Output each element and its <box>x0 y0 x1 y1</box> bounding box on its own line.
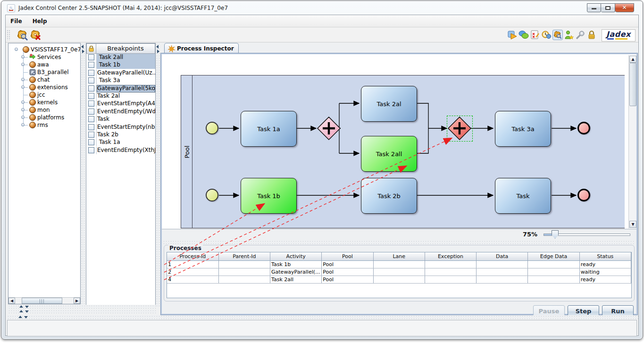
split-divider[interactable] <box>8 310 156 313</box>
bpmn-task-task-3a[interactable]: Task 3a <box>495 111 551 147</box>
breakpoint-checkbox[interactable] <box>88 62 94 68</box>
scroll-right-icon[interactable]: ▶ <box>74 298 80 304</box>
breakpoint-checkbox[interactable] <box>88 147 94 153</box>
tree-expand-knob[interactable] <box>21 100 25 104</box>
breakpoint-checkbox[interactable] <box>88 85 94 92</box>
column-header-parent-id[interactable]: Parent-Id <box>218 252 270 260</box>
tree-horizontal-scrollbar[interactable]: ◀ ▶ <box>8 297 80 304</box>
breakpoints-lock-header[interactable] <box>86 43 96 54</box>
column-header-pool[interactable]: Pool <box>322 252 373 260</box>
breakpoint-row[interactable]: EventEndEmpty(/Wd... <box>86 108 155 116</box>
breakpoint-row[interactable]: Task 1a <box>86 139 155 146</box>
bpmn-task-task-2al[interactable]: Task 2al <box>361 86 417 122</box>
tab-process-inspector[interactable]: Process Inspector <box>164 43 239 54</box>
debugger-icon[interactable] <box>552 30 563 40</box>
process-cell <box>477 276 528 283</box>
gateway-parallel-split[interactable] <box>318 117 340 140</box>
tree-expand-knob[interactable] <box>15 48 18 51</box>
menu-file[interactable]: File <box>7 15 25 25</box>
breakpoints-header[interactable]: Breakpoints <box>96 43 155 54</box>
column-header-lane[interactable]: Lane <box>373 252 425 260</box>
tree-expand-knob[interactable] <box>21 85 25 89</box>
breakpoint-row[interactable]: GatewayParallel(5ko... <box>86 85 155 92</box>
split-divider[interactable] <box>163 240 636 244</box>
start-event-2[interactable] <box>206 189 218 201</box>
maximize-button[interactable] <box>601 3 615 12</box>
test-center-icon[interactable] <box>530 30 540 40</box>
breakpoint-row[interactable]: EventEndEmpty(XthJ... <box>86 147 155 154</box>
end-event-2[interactable] <box>577 189 590 201</box>
process-cell: Task 1b <box>270 260 322 268</box>
tree-item-label: mon <box>37 107 50 113</box>
processes-panel: Processes Process-IdParent-IdActivityPoo… <box>164 245 635 301</box>
canvas-vertical-scrollbar[interactable]: ▲ ▼ <box>628 55 636 228</box>
tree-expand-knob[interactable] <box>21 116 25 119</box>
tree-expand-knob[interactable] <box>21 55 25 59</box>
split-divider[interactable] <box>156 43 160 307</box>
breakpoint-row[interactable]: Task <box>86 116 155 123</box>
bpmn-task-task-2b[interactable]: Task 2b <box>361 178 417 214</box>
breakpoint-checkbox[interactable] <box>88 109 94 115</box>
scroll-left-icon[interactable]: ◀ <box>8 298 15 304</box>
breakpoint-checkbox[interactable] <box>88 93 94 99</box>
breakpoint-row[interactable]: Task 1b <box>86 61 155 69</box>
split-divider[interactable] <box>7 315 638 319</box>
breakpoint-checkbox[interactable] <box>88 116 94 122</box>
awareness-icon[interactable] <box>564 30 574 40</box>
title-bar[interactable]: ♨ Jadex Control Center 2.5-SNAPSHOT (Mai… <box>1 1 643 15</box>
breakpoint-row[interactable]: Task 2all <box>86 54 155 61</box>
tree-expand-knob[interactable] <box>21 63 25 66</box>
bpmn-canvas[interactable]: Pool <box>163 55 625 228</box>
column-header-edge-data[interactable]: Edge Data <box>528 252 579 260</box>
breakpoint-row[interactable]: EventStartEmpty(nb... <box>86 124 155 131</box>
security-icon[interactable] <box>586 30 597 40</box>
scrollbar-thumb[interactable] <box>629 63 636 106</box>
breakpoint-checkbox[interactable] <box>88 77 94 84</box>
column-header-process-id[interactable]: Process-Id <box>167 252 218 260</box>
breakpoint-checkbox[interactable] <box>88 54 94 60</box>
split-divider[interactable] <box>81 43 85 307</box>
bpmn-task-task-2all[interactable]: Task 2all <box>361 136 417 172</box>
menu-help[interactable]: Help <box>29 15 50 25</box>
column-header-status[interactable]: Status <box>579 252 631 260</box>
minimize-button[interactable] <box>587 3 601 12</box>
conversation-icon[interactable] <box>519 30 529 40</box>
process-row[interactable]: 4Task 2allPoolready <box>167 276 631 283</box>
start-agent-icon[interactable] <box>16 29 28 41</box>
tree-expand-knob[interactable] <box>21 78 25 81</box>
scrollbar-thumb[interactable] <box>22 298 62 304</box>
column-header-exception[interactable]: Exception <box>425 252 476 260</box>
column-header-activity[interactable]: Activity <box>270 252 322 260</box>
breakpoint-row[interactable]: EventStartEmpty(A4... <box>86 100 155 108</box>
settings-icon[interactable] <box>575 30 585 40</box>
component-icon <box>29 99 36 106</box>
scroll-up-icon[interactable]: ▲ <box>629 56 636 63</box>
kill-agent-icon[interactable] <box>29 29 42 41</box>
close-button[interactable]: ✕ <box>615 3 634 12</box>
bpmn-task-task-1a[interactable]: Task 1a <box>241 111 297 147</box>
bpmn-task-task-1b[interactable]: Task 1b <box>241 178 297 214</box>
toolbar-grip[interactable] <box>7 30 10 40</box>
breakpoint-row[interactable]: Task 2b <box>86 131 155 139</box>
breakpoint-checkbox[interactable] <box>88 124 94 130</box>
breakpoint-checkbox[interactable] <box>88 139 94 145</box>
start-event-1[interactable] <box>206 122 218 134</box>
process-row[interactable]: 2GatewayParallel(...Poolwaiting <box>167 268 631 276</box>
split-divider[interactable] <box>8 305 156 309</box>
breakpoint-checkbox[interactable] <box>88 132 94 138</box>
simulation-icon[interactable] <box>541 30 552 40</box>
breakpoint-row[interactable]: Task 3a <box>86 77 155 84</box>
tree-expand-knob[interactable] <box>21 123 25 126</box>
breakpoint-checkbox[interactable] <box>88 100 94 107</box>
tree-expand-knob[interactable] <box>21 108 25 111</box>
breakpoint-checkbox[interactable] <box>88 70 94 76</box>
bpmn-task-task[interactable]: Task <box>495 178 551 214</box>
end-event-1[interactable] <box>577 122 590 134</box>
process-row[interactable]: 1Task 1bPoolready <box>167 260 631 268</box>
breakpoint-row[interactable]: GatewayParallel(Uz... <box>86 69 155 77</box>
zoom-slider-thumb[interactable] <box>552 230 559 239</box>
breakpoint-row[interactable]: Task 2al <box>86 92 155 100</box>
scroll-down-icon[interactable]: ▼ <box>629 221 636 228</box>
starter-icon[interactable] <box>507 30 518 40</box>
column-header-data[interactable]: Data <box>477 252 528 260</box>
